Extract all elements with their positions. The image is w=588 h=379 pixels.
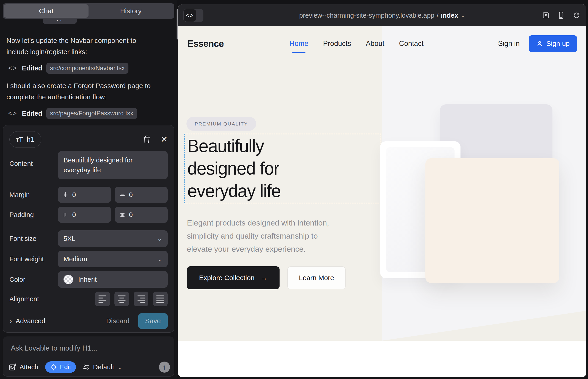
hero-heading[interactable]: Beautifully designed for everyday life <box>187 135 280 202</box>
code-icon: <> <box>186 12 194 19</box>
site-navbar: Essence Home Products About Contact Sign… <box>178 26 586 61</box>
send-button[interactable]: ↑ <box>159 362 170 373</box>
trash-icon <box>143 135 151 144</box>
open-in-new-tab-button[interactable] <box>542 12 549 19</box>
site-logo[interactable]: Essence <box>187 39 224 49</box>
alignment-row: Alignment <box>9 292 168 306</box>
sidebar-scrollbar[interactable] <box>177 9 178 39</box>
nav-links: Home Products About Contact <box>289 26 424 61</box>
selected-element-chip[interactable]: τT h1 <box>9 131 41 148</box>
align-right-icon <box>137 296 145 296</box>
close-panel-button[interactable]: ✕ <box>161 135 168 144</box>
edited-label: Edited <box>22 64 42 72</box>
nav-link-home[interactable]: Home <box>289 39 309 48</box>
padding-y-input[interactable]: 0 <box>115 207 168 223</box>
padding-row: Padding 0 0 <box>9 207 168 223</box>
margin-x-value: 0 <box>72 191 76 199</box>
content-value-line: Beautifully designed for <box>63 155 133 165</box>
padding-label: Padding <box>9 211 58 219</box>
file-path-badge[interactable]: src/pages/ForgotPassword.tsx <box>46 108 137 119</box>
type-icon: τT <box>16 136 23 143</box>
align-right-button[interactable] <box>134 292 148 306</box>
discard-button[interactable]: Discard <box>106 317 130 325</box>
h1-selection-outline[interactable]: Beautifully designed for everyday life <box>184 134 381 203</box>
content-label: Content <box>9 160 58 168</box>
composer-input[interactable]: Ask Lovable to modify H1... <box>8 342 169 354</box>
preview-url[interactable]: preview--charming-site-symphony.lovable.… <box>299 12 465 19</box>
url-domain: preview--charming-site-symphony.lovable.… <box>299 12 434 19</box>
mode-select[interactable]: Default ⌄ <box>83 363 122 371</box>
edited-label: Edited <box>22 110 42 117</box>
font-weight-row: Font weight Medium ⌄ <box>9 251 168 267</box>
attach-button[interactable]: Attach <box>8 363 38 371</box>
font-weight-value: Medium <box>63 255 87 263</box>
align-center-button[interactable] <box>114 292 129 306</box>
chevron-down-icon: ⌄ <box>461 12 465 19</box>
sign-up-button[interactable]: Sign up <box>529 35 577 52</box>
tab-history[interactable]: History <box>89 4 173 18</box>
transparent-color-swatch-icon <box>63 275 73 284</box>
assistant-message: Now let's update the Navbar component to… <box>6 35 171 57</box>
file-path-badge[interactable]: src/components/Navbar.tsx <box>46 63 128 74</box>
font-size-row: Font size 5XL ⌄ <box>9 230 168 247</box>
advanced-toggle[interactable]: › Advanced <box>9 317 45 325</box>
mobile-view-button[interactable] <box>558 12 565 19</box>
delete-element-button[interactable] <box>143 135 151 144</box>
learn-more-button[interactable]: Learn More <box>287 266 346 289</box>
explore-collection-button[interactable]: Explore Collection → <box>187 266 279 289</box>
explore-collection-label: Explore Collection <box>199 274 255 282</box>
align-justify-button[interactable] <box>153 292 168 306</box>
hero-paragraph: Elegant products designed with intention… <box>187 216 329 255</box>
align-left-button[interactable] <box>95 292 110 306</box>
url-path: index <box>441 12 458 19</box>
edited-file-row: <> Edited src/components/Navbar.tsx <box>8 63 171 74</box>
font-weight-select[interactable]: Medium ⌄ <box>58 251 168 267</box>
margin-y-input[interactable]: 0 <box>115 187 168 203</box>
edit-mode-button[interactable]: Edit <box>45 361 76 373</box>
attach-label: Attach <box>19 363 38 371</box>
decor-card-cream <box>425 158 559 283</box>
element-editor-panel: τT h1 ✕ Content <box>3 125 174 333</box>
font-size-label: Font size <box>9 235 58 242</box>
content-row: Content Beautifully designed for everyda… <box>9 151 168 179</box>
arrow-right-icon: → <box>261 274 267 282</box>
hero-heading-line: everyday life <box>187 180 280 202</box>
content-input[interactable]: Beautifully designed for everyday life <box>58 151 168 179</box>
refresh-button[interactable] <box>573 12 580 19</box>
ellipsis-dots-icon: ·· <box>56 19 63 21</box>
message-line: Now let's update the Navbar component to <box>6 35 171 46</box>
chat-sidebar: ·· Chat History Now let's update the Nav… <box>0 0 177 379</box>
hero-heading-line: designed for <box>187 157 280 180</box>
padding-vertical-icon <box>120 212 125 218</box>
chat-composer: Ask Lovable to modify H1... Attach <box>3 337 174 377</box>
nav-link-products[interactable]: Products <box>323 39 351 48</box>
code-preview-toggle[interactable]: <> <box>183 9 203 22</box>
color-label: Color <box>9 276 58 283</box>
sign-up-label: Sign up <box>546 40 570 47</box>
font-size-select[interactable]: 5XL ⌄ <box>58 230 168 247</box>
user-icon <box>536 40 543 47</box>
chat-messages: Now let's update the Navbar component to… <box>6 35 171 125</box>
tab-history-label: History <box>120 7 141 15</box>
message-line: complete the authentication flow: <box>6 91 171 103</box>
font-size-value: 5XL <box>63 235 76 242</box>
element-tag-label: h1 <box>27 135 34 144</box>
color-select[interactable]: Inherit <box>58 271 168 288</box>
tab-chat[interactable]: Chat <box>4 4 89 18</box>
mode-label: Default <box>93 363 114 371</box>
save-button[interactable]: Save <box>138 313 168 329</box>
nav-link-contact[interactable]: Contact <box>399 39 424 48</box>
sign-in-button[interactable]: Sign in <box>498 39 520 48</box>
preview-window: <> preview--charming-site-symphony.lovab… <box>178 4 586 377</box>
nav-link-about[interactable]: About <box>366 39 384 48</box>
padding-x-input[interactable]: 0 <box>58 207 111 223</box>
font-weight-label: Font weight <box>9 255 58 263</box>
margin-x-input[interactable]: 0 <box>58 187 111 203</box>
hero-cta-group: Explore Collection → Learn More <box>187 266 346 289</box>
edited-file-row: <> Edited src/pages/ForgotPassword.tsx <box>8 108 171 119</box>
url-separator: / <box>437 12 438 19</box>
advanced-label: Advanced <box>15 317 45 325</box>
code-toggle-active-segment[interactable]: <> <box>184 9 196 22</box>
hero-paragraph-line: Elegant products designed with intention… <box>187 216 329 229</box>
margin-label: Margin <box>9 191 58 199</box>
